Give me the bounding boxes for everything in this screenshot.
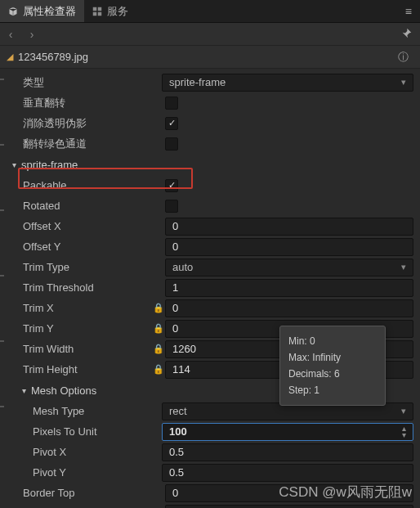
select-type-value: sprite-frame [169,76,226,88]
section-sprite-frame[interactable]: ▾ sprite-frame [0,154,420,175]
inspector-panel: 类型 sprite-frame ▾ 垂直翻转 消除透明伪影 翻转绿色通道 ▾ s… [0,69,420,508]
svg-rect-2 [93,11,97,16]
input-offset-y[interactable] [165,238,413,256]
checkbox-rotated[interactable] [165,200,178,213]
input-border-top[interactable] [165,484,413,502]
label-mesh-type: Mesh Type [33,405,162,417]
row-pixels-to-unit: Pixels To Unit ▴▾ [0,421,420,442]
chevron-down-icon: ▾ [401,77,406,88]
row-remove-alpha: 消除透明伪影 [0,113,420,133]
row-border-bottom: Border Bottom [0,503,420,508]
row-packable: Packable [0,175,420,196]
tab-inspector-label: 属性检查器 [23,4,76,19]
row-offset-y: Offset Y [0,236,420,257]
label-trim-type: Trim Type [23,261,152,273]
checkbox-remove-alpha[interactable] [165,117,178,130]
chevron-down-icon: ▾ [401,262,406,272]
lock-icon: 🔒 [152,364,165,375]
label-trim-y: Trim Y [23,322,152,335]
label-border-top: Border Top [23,487,152,499]
label-rotated: Rotated [23,200,162,212]
input-pivot-y[interactable] [162,464,413,482]
input-pivot-x[interactable] [162,443,413,461]
nav-row: ‹ › [0,23,420,46]
caret-down-icon: ▾ [8,160,20,169]
section-mesh-options-label: Mesh Options [31,384,96,397]
input-offset-x[interactable] [165,218,413,236]
tooltip-max: Max: Infinity [288,349,377,366]
grid-icon [92,7,102,16]
svg-rect-1 [98,7,102,11]
label-packable: Packable [23,179,162,191]
tooltip-min: Min: 0 [288,333,377,349]
numeric-tooltip: Min: 0 Max: Infinity Decimals: 6 Step: 1 [279,326,386,406]
help-icon[interactable]: ⓘ [393,50,413,65]
input-pixels-to-unit[interactable]: ▴▾ [162,423,413,441]
svg-rect-0 [93,7,97,11]
panel-menu-icon[interactable]: ≡ [397,5,420,18]
gutter [0,46,4,508]
checkbox-flip-green[interactable] [165,137,178,151]
label-pivot-x: Pivot X [33,446,162,458]
lock-icon: 🔒 [152,303,165,313]
file-row: ◢ 123456789.jpg ⓘ [0,46,420,69]
file-name: 123456789.jpg [18,51,88,63]
lock-icon: 🔒 [152,323,165,334]
row-border-top: Border Top [0,483,420,503]
row-trim-type: Trim Type auto ▾ [0,257,420,277]
label-flip-vertical: 垂直翻转 [23,96,162,110]
label-flip-green: 翻转绿色通道 [23,137,162,151]
row-trim-threshold: Trim Threshold [0,277,420,298]
select-mesh-type-value: rect [169,405,187,417]
row-offset-x: Offset X [0,216,420,236]
tab-services-label: 服务 [107,4,128,19]
label-remove-alpha: 消除透明伪影 [23,116,162,131]
label-pivot-y: Pivot Y [33,466,162,479]
row-flip-vertical: 垂直翻转 [0,92,420,113]
tab-inspector[interactable]: 属性检查器 [0,0,84,22]
select-type[interactable]: sprite-frame ▾ [162,74,413,92]
label-trim-x: Trim X [23,302,152,314]
input-trim-x[interactable] [165,299,413,317]
pin-icon[interactable] [393,28,420,41]
row-flip-green: 翻转绿色通道 [0,133,420,154]
section-sprite-frame-label: sprite-frame [21,159,78,171]
checkbox-flip-vertical[interactable] [165,97,178,110]
tooltip-decimals: Decimals: 6 [288,366,377,382]
lock-icon: 🔒 [152,344,165,354]
row-trim-x: Trim X 🔒 [0,298,420,318]
label-type: 类型 [23,75,162,90]
label-offset-x: Offset X [23,220,152,232]
row-pivot-x: Pivot X [0,442,420,462]
tab-services[interactable]: 服务 [84,0,136,22]
tooltip-step: Step: 1 [288,382,377,398]
nav-forward-icon[interactable]: › [21,28,42,41]
stepper-icon[interactable]: ▴▾ [402,425,406,438]
checkbox-packable[interactable] [165,179,178,192]
select-trim-type[interactable]: auto ▾ [165,258,413,276]
row-rotated: Rotated [0,196,420,216]
file-expand-icon[interactable]: ◢ [7,52,13,62]
row-type: 类型 sprite-frame ▾ [0,72,420,92]
svg-rect-3 [98,11,102,16]
cube-icon [8,7,18,16]
caret-down-icon: ▾ [18,386,29,395]
label-trim-threshold: Trim Threshold [23,281,152,294]
nav-back-icon[interactable]: ‹ [0,28,21,41]
label-trim-width: Trim Width [23,343,152,355]
chevron-down-icon: ▾ [401,406,406,416]
label-trim-height: Trim Height [23,363,152,375]
label-offset-y: Offset Y [23,241,152,253]
row-pivot-y: Pivot Y [0,462,420,483]
select-trim-type-value: auto [172,261,193,273]
input-trim-threshold[interactable] [165,279,413,297]
tab-bar: 属性检查器 服务 ≡ [0,0,420,23]
label-pixels-to-unit: Pixels To Unit [33,425,162,438]
input-border-bottom[interactable] [165,505,413,509]
